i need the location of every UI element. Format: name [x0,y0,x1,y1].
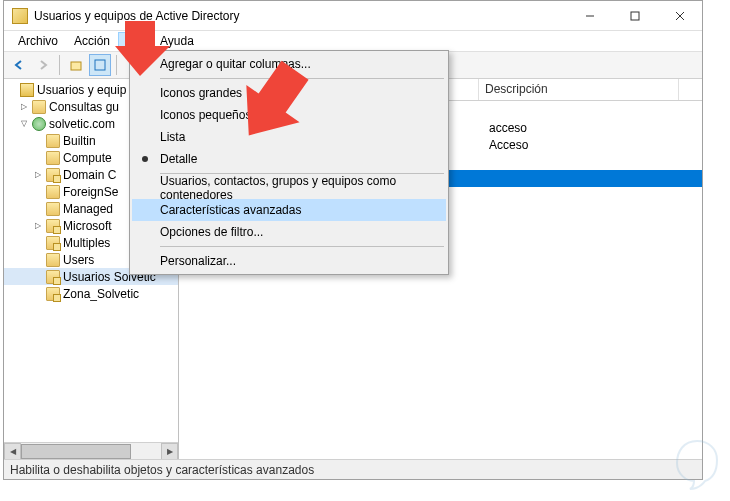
tree-item-label: ForeignSe [63,185,118,199]
tree-item-label: solvetic.com [49,117,115,131]
tree-item-label: Zona_Solvetic [63,287,139,301]
menu-item[interactable]: Características avanzadas [132,199,446,221]
svg-rect-5 [95,60,105,70]
tree-item-label: Consultas gu [49,100,119,114]
expander-icon[interactable]: ▷ [32,169,44,181]
folder-icon [46,151,60,165]
menu-item-label: Usuarios, contactos, grupos y equipos co… [160,174,446,202]
tree-item-label: Builtin [63,134,96,148]
expander-icon[interactable]: ▽ [18,118,30,130]
column-header[interactable]: Descripción [479,79,679,100]
toolbar-separator [59,55,60,75]
folder-icon [46,185,60,199]
close-button[interactable] [657,1,702,30]
tree-item-label: Managed [63,202,113,216]
tree-h-scrollbar[interactable]: ◀ ▶ [4,442,178,459]
tree-item-label: Domain C [63,168,116,182]
menu-item-label: Detalle [160,152,197,166]
menu-item-label: Personalizar... [160,254,236,268]
list-cell: Acceso [483,138,683,152]
ou-icon [46,270,60,284]
tree-item-label: Usuarios y equip [37,83,126,97]
svg-rect-4 [71,62,81,70]
tree-item-label: Users [63,253,94,267]
list-cell: acceso [483,121,683,135]
forward-button[interactable] [32,54,54,76]
folder-icon [46,134,60,148]
tree-item-label: Microsoft [63,219,112,233]
annotation-arrow-1 [115,16,175,86]
app-icon [12,8,28,24]
menu-item-label: Iconos grandes [160,86,242,100]
menu-item[interactable]: Opciones de filtro... [132,221,446,243]
menu-item[interactable]: Personalizar... [132,250,446,272]
ou-icon [46,287,60,301]
ou-icon [46,168,60,182]
expander-icon [32,288,44,300]
folder-icon [46,253,60,267]
tree-item-label: Multiples [63,236,110,250]
status-text: Habilita o deshabilita objetos y caracte… [10,463,314,477]
maximize-button[interactable] [612,1,657,30]
expander-icon[interactable]: ▷ [32,220,44,232]
back-button[interactable] [8,54,30,76]
expander-icon [32,186,44,198]
menu-item-label: Opciones de filtro... [160,225,263,239]
folder-icon [46,202,60,216]
expander-icon[interactable]: ▷ [18,101,30,113]
window-title: Usuarios y equipos de Active Directory [34,9,567,23]
expander-icon [32,254,44,266]
expander-icon [32,152,44,164]
console-icon [20,83,34,97]
domain-icon [32,117,46,131]
titlebar: Usuarios y equipos de Active Directory [4,1,702,31]
folder-icon [32,100,46,114]
scroll-track[interactable] [21,443,161,460]
menu-item[interactable]: Usuarios, contactos, grupos y equipos co… [132,177,446,199]
tree-item[interactable]: Zona_Solvetic [4,285,178,302]
up-button[interactable] [65,54,87,76]
menu-item-label: Lista [160,130,185,144]
menu-archivo[interactable]: Archivo [10,32,66,50]
expander-icon [32,237,44,249]
svg-rect-1 [631,12,639,20]
minimize-button[interactable] [567,1,612,30]
menu-acción[interactable]: Acción [66,32,118,50]
tree-item-label: Compute [63,151,112,165]
ou-icon [46,236,60,250]
statusbar: Habilita o deshabilita objetos y caracte… [4,459,702,479]
scroll-thumb[interactable] [21,444,131,459]
menu-item[interactable]: Detalle [132,148,446,170]
expander-icon [32,203,44,215]
menu-item-label: Características avanzadas [160,203,301,217]
scroll-left-button[interactable]: ◀ [4,443,21,460]
svg-marker-6 [115,21,170,76]
expander-icon [32,135,44,147]
watermark-icon [672,436,722,491]
expander-icon [32,271,44,283]
ou-icon [46,219,60,233]
properties-button[interactable] [89,54,111,76]
bullet-icon [142,156,148,162]
expander-icon [6,84,18,96]
menubar: ArchivoAcciónVerAyuda [4,31,702,51]
scroll-right-button[interactable]: ▶ [161,443,178,460]
menu-separator [160,246,444,247]
